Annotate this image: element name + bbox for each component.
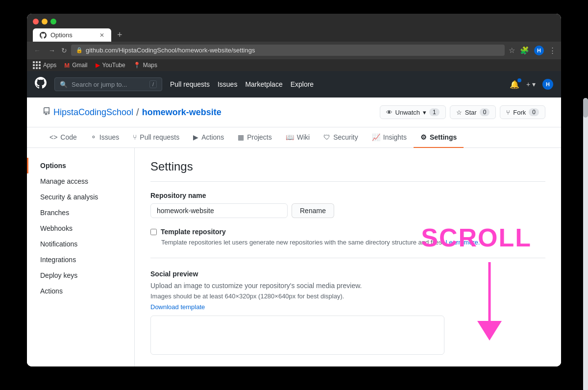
notifications-bell-icon[interactable]: 🔔 <box>510 80 519 89</box>
minimize-button[interactable] <box>42 19 48 24</box>
repo-name-input[interactable] <box>150 203 288 218</box>
settings-main: Settings Repository name Rename Template… <box>135 148 561 366</box>
template-repo-group: Template repository <box>150 228 545 236</box>
sidebar-deploy-keys-label: Deploy keys <box>40 271 77 279</box>
star-count: 0 <box>480 108 490 116</box>
sidebar-item-webhooks[interactable]: Webhooks <box>27 220 134 236</box>
bookmark-gmail[interactable]: M Gmail <box>64 62 87 69</box>
github-topnav: 🔍 Search or jump to... / Pull requests I… <box>27 71 561 98</box>
create-new-button[interactable]: + ▾ <box>526 80 536 88</box>
sidebar-notifications-label: Notifications <box>40 240 77 248</box>
apps-grid-icon <box>33 61 41 69</box>
address-bar[interactable]: 🔒 github.com/HipstaCodingSchool/homework… <box>71 45 505 56</box>
tab-wiki[interactable]: 📖 Wiki <box>279 127 317 148</box>
tab-pull-requests[interactable]: ⑂ Pull requests <box>126 127 186 148</box>
bookmarks-bar: Apps M Gmail ▶ YouTube 📍 Maps <box>27 59 561 71</box>
menu-icon[interactable]: ⋮ <box>549 46 556 55</box>
user-avatar[interactable]: H <box>542 79 553 90</box>
tab-settings-label: Settings <box>430 133 457 141</box>
tab-title: Options <box>50 31 73 39</box>
sidebar-branches-label: Branches <box>40 209 69 217</box>
eye-icon: 👁 <box>386 109 392 116</box>
settings-page-title: Settings <box>150 160 545 182</box>
close-button[interactable] <box>33 19 39 24</box>
sidebar-integrations-label: Integrations <box>40 256 76 264</box>
new-tab-button[interactable]: + <box>113 30 126 40</box>
fork-button[interactable]: ⑂ Fork 0 <box>500 105 545 119</box>
org-name[interactable]: HipstaCodingSchool <box>53 107 133 118</box>
traffic-lights <box>33 19 56 24</box>
sidebar-item-integrations[interactable]: Integrations <box>27 252 134 268</box>
repo-tabs: <> Code ⚬ Issues ⑂ Pull requests ▶ Actio… <box>27 127 561 148</box>
learn-more-link[interactable]: Learn more. <box>445 239 480 246</box>
rename-button[interactable]: Rename <box>292 203 334 218</box>
bookmark-apps[interactable]: Apps <box>33 61 56 69</box>
unwatch-count: 1 <box>429 108 440 116</box>
download-template-link[interactable]: Download template <box>150 303 205 311</box>
repo-name-label: Repository name <box>150 192 545 199</box>
tab-actions-label: Actions <box>201 133 224 141</box>
settings-icon: ⚙ <box>420 133 427 141</box>
social-preview-title: Social preview <box>150 270 545 278</box>
bookmark-youtube[interactable]: ▶ YouTube <box>96 62 125 69</box>
repo-name[interactable]: homework-website <box>142 107 221 118</box>
sidebar-item-notifications[interactable]: Notifications <box>27 236 134 252</box>
star-page-icon[interactable]: ☆ <box>509 46 515 55</box>
tab-actions[interactable]: ▶ Actions <box>186 127 231 148</box>
tab-issues[interactable]: ⚬ Issues <box>84 127 126 148</box>
tab-insights-label: Insights <box>383 133 407 141</box>
tab-close-icon[interactable]: ✕ <box>99 32 104 39</box>
unwatch-button[interactable]: 👁 Unwatch ▾ 1 <box>380 105 446 119</box>
refresh-button[interactable]: ↻ <box>61 47 67 54</box>
tab-bar: Options ✕ + <box>33 28 555 42</box>
fork-count: 0 <box>529 108 539 116</box>
sidebar-item-actions[interactable]: Actions <box>27 283 134 299</box>
repo-header: HipstaCodingSchool / homework-website 👁 … <box>27 98 561 127</box>
star-button[interactable]: ☆ Star 0 <box>450 105 496 119</box>
repo-name-row: Rename <box>150 203 545 218</box>
global-search[interactable]: 🔍 Search or jump to... / <box>54 77 162 91</box>
sidebar-manage-access-label: Manage access <box>40 177 88 185</box>
github-nav-links: Pull requests Issues Marketplace Explore <box>170 80 314 88</box>
actions-icon: ▶ <box>193 133 198 141</box>
tab-projects-label: Projects <box>247 133 272 141</box>
back-button[interactable]: ← <box>32 46 43 55</box>
tab-security[interactable]: 🛡 Security <box>317 127 365 148</box>
sidebar-item-branches[interactable]: Branches <box>27 205 134 220</box>
repo-name-group: Repository name Rename <box>150 192 545 218</box>
address-bar-row: ← → ↻ 🔒 github.com/HipstaCodingSchool/ho… <box>27 42 561 59</box>
tab-security-label: Security <box>333 133 358 141</box>
wiki-icon: 📖 <box>286 133 294 141</box>
sidebar-item-deploy-keys[interactable]: Deploy keys <box>27 268 134 283</box>
insights-icon: 📈 <box>372 133 380 141</box>
bookmark-apps-label: Apps <box>43 62 56 69</box>
image-upload-box[interactable] <box>150 316 444 355</box>
tab-insights[interactable]: 📈 Insights <box>365 127 414 148</box>
tab-projects[interactable]: ▦ Projects <box>231 127 279 148</box>
profile-icon[interactable]: H <box>534 46 544 55</box>
nav-explore[interactable]: Explore <box>291 80 314 88</box>
gmail-icon: M <box>64 62 70 69</box>
nav-pull-requests[interactable]: Pull requests <box>170 80 210 88</box>
nav-marketplace[interactable]: Marketplace <box>245 80 282 88</box>
bookmark-maps[interactable]: 📍 Maps <box>133 62 157 69</box>
bookmark-gmail-label: Gmail <box>72 62 87 69</box>
sidebar-item-manage-access[interactable]: Manage access <box>27 173 134 189</box>
maximize-button[interactable] <box>50 19 56 24</box>
social-preview-hint: Images should be at least 640×320px (128… <box>150 292 545 300</box>
sidebar-actions-label: Actions <box>40 287 63 295</box>
template-repo-checkbox[interactable] <box>150 229 157 235</box>
browser-tab[interactable]: Options ✕ <box>33 28 111 42</box>
repo-actions: 👁 Unwatch ▾ 1 ☆ Star 0 ⑂ Fork 0 <box>380 105 545 119</box>
sidebar-item-security-analysis[interactable]: Security & analysis <box>27 189 134 205</box>
social-preview-section: Social preview Upload an image to custom… <box>150 270 545 355</box>
search-shortcut: / <box>149 80 157 88</box>
sidebar-item-options[interactable]: Options <box>27 158 134 173</box>
tab-code[interactable]: <> Code <box>43 127 84 148</box>
nav-issues[interactable]: Issues <box>218 80 237 88</box>
extensions-icon[interactable]: 🧩 <box>520 46 529 55</box>
tab-settings[interactable]: ⚙ Settings <box>414 127 464 148</box>
forward-button[interactable]: → <box>47 46 57 55</box>
maps-icon: 📍 <box>133 62 141 69</box>
github-logo-icon[interactable] <box>35 77 47 92</box>
